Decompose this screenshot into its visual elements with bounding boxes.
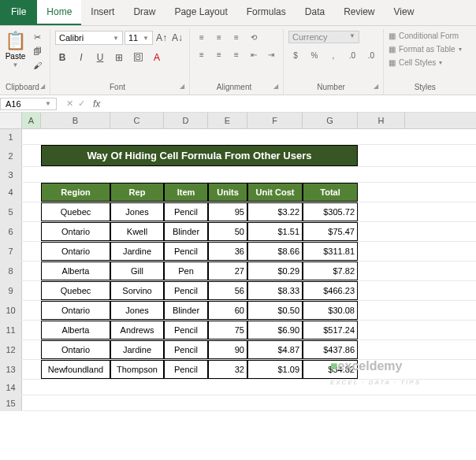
cell[interactable] <box>358 222 405 241</box>
row-header[interactable]: 3 <box>0 167 22 182</box>
tab-review[interactable]: Review <box>334 0 384 25</box>
header-total[interactable]: Total <box>303 183 358 202</box>
data-cell[interactable]: Pencil <box>164 281 208 300</box>
row-header[interactable]: 6 <box>0 222 22 241</box>
cell[interactable] <box>208 380 247 395</box>
border-icon[interactable]: ⊞ <box>112 50 126 65</box>
increase-font-icon[interactable]: A↑ <box>154 31 169 45</box>
font-color-icon[interactable]: A <box>150 50 164 65</box>
cell[interactable] <box>110 167 164 182</box>
row-header[interactable]: 9 <box>0 281 22 300</box>
data-cell[interactable]: $466.23 <box>303 281 358 300</box>
data-cell[interactable]: $1.09 <box>247 360 303 379</box>
col-header-b[interactable]: B <box>41 113 110 128</box>
data-cell[interactable]: $311.81 <box>303 242 358 261</box>
cancel-formula-icon[interactable]: ✕ <box>66 98 73 109</box>
cell[interactable] <box>358 301 405 320</box>
col-header-d[interactable]: D <box>164 113 208 128</box>
col-header-e[interactable]: E <box>208 113 247 128</box>
align-top-icon[interactable]: ≡ <box>195 31 209 43</box>
data-cell[interactable]: Thompson <box>110 360 164 379</box>
cell[interactable] <box>164 167 208 182</box>
data-cell[interactable]: Pencil <box>164 360 208 379</box>
fill-color-icon[interactable]: 🞖 <box>131 50 145 65</box>
format-painter-icon[interactable]: 🖌 <box>29 59 45 72</box>
cell[interactable] <box>41 129 110 144</box>
data-cell[interactable]: $0.29 <box>247 262 303 280</box>
data-cell[interactable]: 36 <box>208 242 247 261</box>
row-header[interactable]: 4 <box>0 183 22 202</box>
tab-file[interactable]: File <box>0 0 37 25</box>
cell[interactable] <box>22 340 41 359</box>
cell[interactable] <box>41 167 110 182</box>
cell[interactable] <box>164 395 208 410</box>
data-cell[interactable]: $6.90 <box>247 321 303 339</box>
row-header[interactable]: 8 <box>0 262 22 280</box>
currency-icon[interactable]: $ <box>288 49 303 61</box>
data-cell[interactable]: $8.66 <box>247 242 303 261</box>
decrease-font-icon[interactable]: A↓ <box>170 31 184 45</box>
cell[interactable] <box>110 395 164 410</box>
number-format-select[interactable]: Currency▼ <box>288 31 359 43</box>
tab-insert[interactable]: Insert <box>81 0 124 25</box>
cell[interactable] <box>22 281 41 300</box>
data-cell[interactable]: Ontario <box>41 242 110 261</box>
cell[interactable] <box>22 222 41 241</box>
cell[interactable] <box>247 167 303 182</box>
data-cell[interactable]: 90 <box>208 340 247 359</box>
data-cell[interactable]: Jardine <box>110 340 164 359</box>
italic-button[interactable]: I <box>74 50 88 65</box>
cell[interactable] <box>110 380 164 395</box>
data-cell[interactable]: Jones <box>110 301 164 320</box>
data-cell[interactable]: Ontario <box>41 340 110 359</box>
data-cell[interactable]: Quebec <box>41 281 110 300</box>
data-cell[interactable]: $1.51 <box>247 222 303 241</box>
data-cell[interactable]: $3.22 <box>247 202 303 221</box>
data-cell[interactable]: $4.87 <box>247 340 303 359</box>
format-as-table-button[interactable]: ▦Format as Table▾ <box>389 44 462 54</box>
align-mid-icon[interactable]: ≡ <box>212 31 226 43</box>
data-cell[interactable]: 60 <box>208 301 247 320</box>
data-cell[interactable]: $437.86 <box>303 340 358 359</box>
name-box[interactable]: A16▼ <box>0 98 57 110</box>
cell[interactable] <box>22 360 41 379</box>
data-cell[interactable]: Andrews <box>110 321 164 339</box>
data-cell[interactable]: Pencil <box>164 321 208 339</box>
row-header[interactable]: 2 <box>0 145 22 166</box>
col-header-g[interactable]: G <box>303 113 358 128</box>
paste-dropdown-icon[interactable]: ▼ <box>13 61 19 69</box>
data-cell[interactable]: Ontario <box>41 301 110 320</box>
cell[interactable] <box>22 262 41 280</box>
percent-icon[interactable]: % <box>307 49 322 61</box>
paste-icon[interactable]: 📋 <box>5 31 26 51</box>
cell[interactable] <box>358 129 405 144</box>
cell[interactable] <box>247 395 303 410</box>
row-header[interactable]: 11 <box>0 321 22 339</box>
row-header[interactable]: 10 <box>0 301 22 320</box>
row-header[interactable]: 14 <box>0 380 22 395</box>
data-cell[interactable]: Quebec <box>41 202 110 221</box>
row-header[interactable]: 12 <box>0 340 22 359</box>
cell[interactable] <box>110 129 164 144</box>
row-header[interactable]: 15 <box>0 395 22 410</box>
data-cell[interactable]: 56 <box>208 281 247 300</box>
col-header-f[interactable]: F <box>247 113 303 128</box>
cell[interactable] <box>22 202 41 221</box>
data-cell[interactable]: Ontario <box>41 222 110 241</box>
cell[interactable] <box>22 145 41 166</box>
data-cell[interactable]: Jones <box>110 202 164 221</box>
decrease-decimal-icon[interactable]: .0 <box>364 49 378 61</box>
cell[interactable] <box>164 380 208 395</box>
col-header-a[interactable]: A <box>22 113 41 128</box>
cell[interactable] <box>208 395 247 410</box>
data-cell[interactable]: Pen <box>164 262 208 280</box>
row-header[interactable]: 7 <box>0 242 22 261</box>
row-header[interactable]: 1 <box>0 129 22 144</box>
header-region[interactable]: Region <box>41 183 110 202</box>
font-name-select[interactable]: Calibri▼ <box>55 31 123 45</box>
tab-formulas[interactable]: Formulas <box>237 0 296 25</box>
data-cell[interactable]: 75 <box>208 321 247 339</box>
header-unit-cost[interactable]: Unit Cost <box>247 183 303 202</box>
cell[interactable] <box>208 129 247 144</box>
row-header[interactable]: 13 <box>0 360 22 379</box>
